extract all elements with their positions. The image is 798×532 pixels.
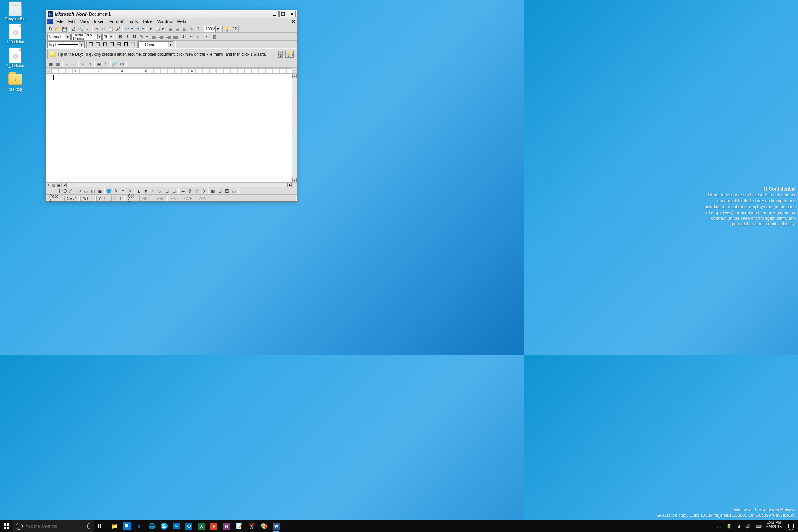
horizontal-scrollbar[interactable]: ◀ ▶ [62,183,292,187]
highlight-button[interactable]: ✎ [138,33,145,40]
help-button[interactable]: ⤴? [231,25,238,32]
find-record-button[interactable]: 🔎 [111,60,118,67]
show-paragraph-button[interactable]: ¶ [195,25,202,32]
flip-vertical-button[interactable]: ⇵ [186,187,193,194]
callout-tool-button[interactable]: ◫ [89,187,96,194]
select-objects-button[interactable]: ↖ [126,187,133,194]
ruler-surface[interactable]: 1 2 3 4 5 6 7 [52,68,292,73]
minimize-button[interactable] [271,11,279,17]
font-combo[interactable]: Times New Roman▼ [71,34,102,40]
bring-forward-button[interactable]: △ [149,187,156,194]
menu-file[interactable]: File [54,19,66,24]
tip-wizard-button[interactable]: 💡 [224,25,231,32]
update-fields-button[interactable]: ! [102,60,109,67]
tip-show-spinner[interactable]: ▲▼ [278,51,283,58]
maximize-button[interactable] [279,11,287,17]
ruler[interactable]: ∟ 1 2 3 4 5 6 7 [46,68,297,73]
border-inside-button[interactable] [115,41,122,48]
copy-button[interactable]: ⧉ [100,25,107,32]
normal-view-button[interactable]: ≡ [46,183,51,187]
underline-button[interactable]: U [131,33,138,40]
status-mode-ovr[interactable]: OVR [182,196,196,201]
line-weight-combo[interactable]: ¾ pt▼ [47,41,85,48]
status-mode-ext[interactable]: EXT [168,196,181,201]
style-combo[interactable]: Normal▼ [47,34,71,40]
sort-asc-button[interactable]: A↓ [79,60,86,67]
line-style-button[interactable]: ≡ [119,187,126,194]
ruler-tab-selector[interactable]: ∟ [46,68,52,73]
desktop-icon-disk1[interactable]: 1_Disk.iso [2,25,28,44]
border-outside-button[interactable] [122,41,129,48]
arc-tool-button[interactable] [68,187,75,194]
bulleted-list-button[interactable]: •≡ [188,33,195,40]
scroll-down-button[interactable]: ▼ [292,178,297,182]
vertical-scroll-track[interactable] [292,78,297,178]
border-left-button[interactable] [101,41,108,48]
border-bottom-button[interactable] [94,41,101,48]
document-control-icon[interactable] [47,19,53,24]
flip-horizontal-button[interactable]: ⇋ [179,187,186,194]
scroll-right-button[interactable]: ▶ [287,183,292,187]
outline-view-button[interactable]: ▤ [51,183,56,187]
align-drawing-button[interactable]: ⊡ [216,187,223,194]
border-top-button[interactable] [87,41,94,48]
redo-dropdown[interactable]: ▼ [141,25,145,32]
titlebar[interactable]: W Microsoft Word - Document1 ✕ [46,10,297,18]
send-backward-button[interactable]: ▽ [156,187,163,194]
font-size-combo[interactable]: 10▼ [102,34,114,40]
align-center-button[interactable] [158,33,165,40]
justify-button[interactable] [172,33,179,40]
line-color-button[interactable]: ✎ [112,187,119,194]
spelling-button[interactable]: ✓ [84,25,91,32]
sort-desc-button[interactable]: Z↓ [86,60,93,67]
menu-insert[interactable]: Insert [92,19,107,24]
align-right-button[interactable] [165,33,172,40]
format-painter-button[interactable]: 🖌 [114,25,121,32]
rotate-right-button[interactable]: ⟳ [193,187,200,194]
align-left-button[interactable] [151,33,158,40]
menu-help[interactable]: Help [175,19,189,24]
desktop-icon-recycle-bin[interactable]: Recycle Bin [2,2,28,21]
autoformat-button[interactable]: ✦ [147,25,154,32]
menu-view[interactable]: View [78,19,92,24]
horizontal-scroll-track[interactable] [67,183,287,187]
add-record-button[interactable]: ＋ [63,60,70,67]
group-button[interactable]: ⊞ [163,187,170,194]
create-picture-button[interactable]: 🖼 [223,187,230,194]
new-button[interactable]: 🗋 [47,25,54,32]
menu-tools[interactable]: Tools [125,19,140,24]
save-button[interactable]: 💾 [61,25,68,32]
format-callout-button[interactable]: ▣ [96,187,103,194]
increase-indent-button[interactable]: ⇥ [202,33,209,40]
delete-record-button[interactable]: － [70,60,77,67]
desktop-icon-disk2[interactable]: 2_Disk.iso [2,48,28,68]
highlight-dropdown[interactable]: ▼ [145,33,149,40]
textbox-tool-button[interactable]: ▭ [82,187,89,194]
columns-button[interactable]: ▥ [181,25,188,32]
menu-edit[interactable]: Edit [66,19,78,24]
desktop-icon-folder[interactable]: desktop [2,72,28,92]
borders-button[interactable]: ▦ [211,33,218,40]
print-preview-button[interactable]: 🔍 [77,25,84,32]
insert-frame-button[interactable]: ▭ [230,187,237,194]
status-mode-rec[interactable]: REC [139,196,153,201]
drawing-toolbar-button[interactable]: ✎ [188,25,195,32]
border-right-button[interactable] [108,41,115,48]
shading-combo[interactable]: Clear▼ [138,41,173,48]
decrease-indent-button[interactable]: ⇤ [195,33,202,40]
menu-window[interactable]: Window [155,19,175,24]
close-button[interactable]: ✕ [288,11,296,17]
send-back-button[interactable]: ▼ [142,187,149,194]
scroll-left-button[interactable]: ◀ [62,183,67,187]
paste-button[interactable]: 📋 [107,25,114,32]
cut-button[interactable]: ✂ [93,25,100,32]
undo-dropdown[interactable]: ▼ [130,25,134,32]
document-page[interactable] [52,74,292,182]
ungroup-button[interactable]: ⊟ [170,187,177,194]
menu-format[interactable]: Format [107,19,125,24]
numbered-list-button[interactable]: 1≡ [181,33,188,40]
bold-button[interactable]: B [117,33,124,40]
status-mode-wph[interactable]: WPH [196,196,210,201]
insert-table-button[interactable]: ▦ [167,25,174,32]
status-mode-mrk[interactable]: MRK [154,196,168,201]
